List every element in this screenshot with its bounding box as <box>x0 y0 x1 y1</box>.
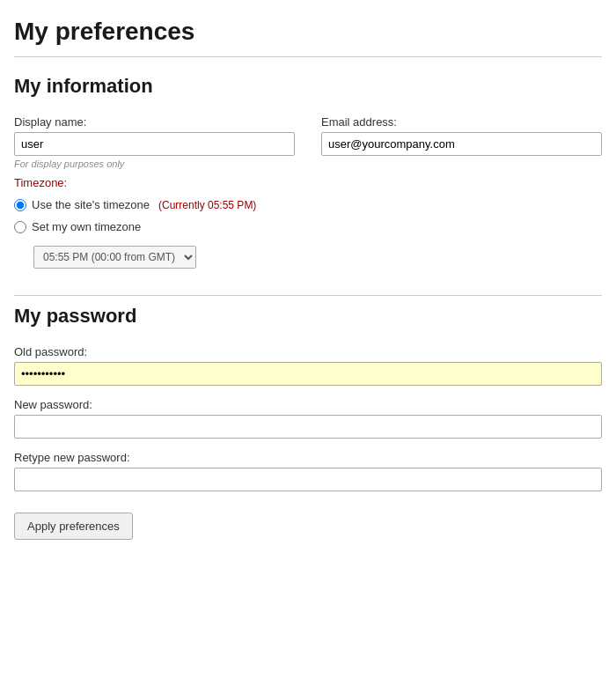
name-email-row: Display name: For display purposes only … <box>14 115 602 169</box>
apply-preferences-button[interactable]: Apply preferences <box>14 513 133 540</box>
timezone-select-wrap: 05:55 PM (00:00 from GMT) <box>33 246 602 269</box>
my-information-section: My information Display name: For display… <box>14 75 602 269</box>
my-information-heading: My information <box>14 75 602 98</box>
display-name-input[interactable] <box>14 132 295 156</box>
use-site-timezone-radio[interactable] <box>14 199 26 211</box>
new-password-input[interactable] <box>14 415 602 439</box>
email-label: Email address: <box>321 115 602 129</box>
set-own-timezone-label: Set my own timezone <box>32 220 141 233</box>
set-own-timezone-radio[interactable] <box>14 221 26 233</box>
display-name-group: Display name: For display purposes only <box>14 115 295 169</box>
retype-password-input[interactable] <box>14 468 602 491</box>
my-password-heading: My password <box>14 305 602 328</box>
timezone-current-time: (Currently 05:55 PM) <box>158 199 256 211</box>
my-password-section: My password Old password: New password: … <box>14 295 602 540</box>
timezone-select[interactable]: 05:55 PM (00:00 from GMT) <box>33 246 196 269</box>
email-group: Email address: <box>321 115 602 169</box>
use-site-timezone-option: Use the site's timezone (Currently 05:55… <box>14 198 602 211</box>
page-title: My preferences <box>14 0 602 57</box>
old-password-label: Old password: <box>14 345 602 358</box>
new-password-label: New password: <box>14 398 602 411</box>
timezone-group: Timezone: Use the site's timezone (Curre… <box>14 176 602 269</box>
email-input[interactable] <box>321 132 602 156</box>
display-name-label: Display name: <box>14 115 295 129</box>
set-own-timezone-option: Set my own timezone <box>14 220 602 233</box>
timezone-label: Timezone: <box>14 176 602 189</box>
old-password-group: Old password: <box>14 345 602 386</box>
new-password-group: New password: <box>14 398 602 439</box>
retype-password-label: Retype new password: <box>14 451 602 464</box>
retype-password-group: Retype new password: <box>14 451 602 491</box>
old-password-input[interactable] <box>14 362 602 386</box>
use-site-timezone-label: Use the site's timezone <box>32 198 150 211</box>
display-name-hint: For display purposes only <box>14 159 295 169</box>
